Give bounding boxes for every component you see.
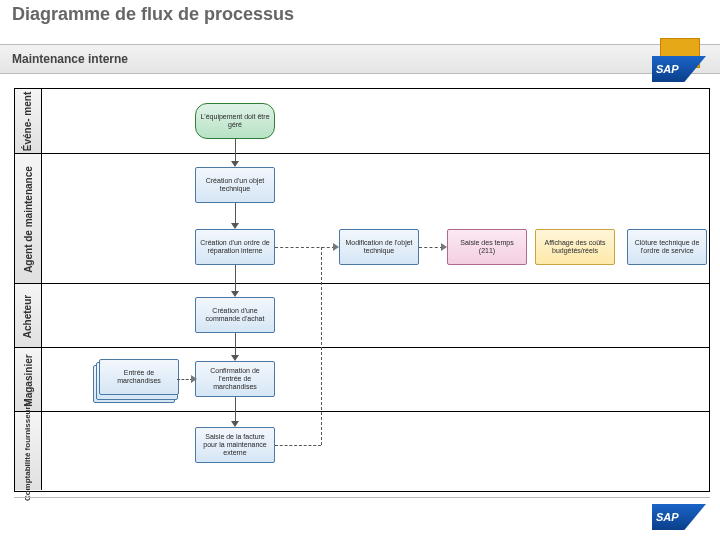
subtitle-text: Maintenance interne (12, 52, 128, 66)
arrow-down-icon (231, 223, 239, 229)
conn-dash (419, 247, 443, 248)
lane-event: Événe- ment (15, 89, 709, 153)
arrow-down-icon (231, 421, 239, 427)
lane-label-event: Événe- ment (15, 89, 42, 153)
task-tech-close: Clôture technique de l'ordre de service (627, 229, 707, 265)
conn (235, 139, 236, 163)
task-create-object: Création d'un objet technique (195, 167, 275, 203)
slide-title: Diagramme de flux de processus (12, 4, 710, 25)
arrow-down-icon (231, 291, 239, 297)
event-equipment: L'équipement doit être géré (195, 103, 275, 139)
conn (235, 397, 236, 423)
conn (235, 333, 236, 357)
sap-logo-text: SAP (652, 56, 706, 82)
title-area: Diagramme de flux de processus (0, 0, 720, 44)
arrow-right-icon (441, 243, 447, 251)
conn (235, 265, 236, 293)
task-invoice: Saisie de la facture pour la maintenance… (195, 427, 275, 463)
ext-time-entry: Saisie des temps (211) (447, 229, 527, 265)
sap-logo-top: SAP (652, 56, 706, 82)
ext-display-costs: Affichage des coûts budgétés/réels (535, 229, 615, 265)
footer-divider (14, 497, 710, 498)
conn-dash (321, 247, 322, 445)
task-confirm-goods: Confirmation de l'entrée de marchandises (195, 361, 275, 397)
lane-label-acheteur: Acheteur (15, 284, 42, 348)
lane-compta: Comptabilité fournisseurs (15, 411, 709, 490)
lane-acheteur: Acheteur (15, 283, 709, 348)
sap-logo-text: SAP (652, 504, 706, 530)
arrow-down-icon (231, 355, 239, 361)
subtitle-band: Maintenance interne (0, 44, 720, 74)
conn-dash (275, 445, 321, 446)
arrow-right-icon (191, 375, 197, 383)
arrow-right-icon (333, 243, 339, 251)
swimlane-diagram: Événe- ment Agent de maintenance Acheteu… (14, 88, 710, 492)
sap-logo-bottom: SAP (652, 504, 706, 530)
task-create-order: Création d'un ordre de réparation intern… (195, 229, 275, 265)
slide: Diagramme de flux de processus Maintenan… (0, 0, 720, 540)
conn (235, 203, 236, 225)
lane-label-compta: Comptabilité fournisseurs (15, 412, 42, 490)
task-modify-object: Modification de l'objet technique (339, 229, 419, 265)
doc-goods-entry: Entrée de marchandises (93, 359, 177, 399)
arrow-down-icon (231, 161, 239, 167)
lane-label-agent: Agent de maintenance (15, 154, 42, 284)
task-create-po: Création d'une commande d'achat (195, 297, 275, 333)
conn-dash (275, 247, 335, 248)
